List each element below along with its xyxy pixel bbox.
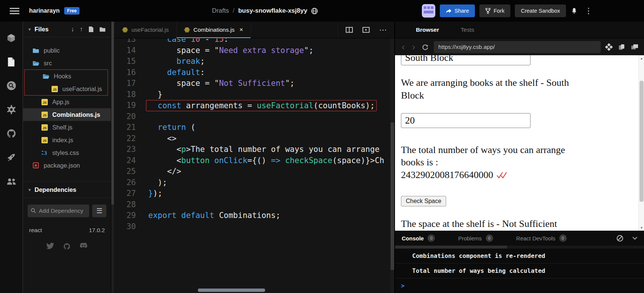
split-view-icon[interactable] [346, 27, 353, 33]
dependency-filter-icon[interactable]: ☰ [92, 205, 106, 217]
code-line-17[interactable]: 17 space = "Not Sufficient"; [111, 78, 394, 89]
console-log-row[interactable]: Total number of ways being calculated [395, 264, 644, 278]
new-folder-icon[interactable] [99, 27, 106, 32]
settings-gear-icon[interactable] [6, 105, 16, 115]
file-item-usefactorial-js[interactable]: JSuseFactorial.js [25, 82, 108, 95]
diamond-cluster-icon[interactable] [605, 43, 613, 51]
search-icon[interactable] [6, 81, 16, 91]
file-item-combinations-js[interactable]: JSCombinations.js [23, 108, 111, 121]
back-icon[interactable]: ‹ [400, 43, 406, 52]
code-line-27[interactable]: 27}); [111, 188, 394, 199]
dependency-list: react17.0.2 [23, 217, 111, 234]
github-icon[interactable] [63, 243, 71, 250]
file-item-styles-css[interactable]: 3styles.css [23, 146, 111, 159]
username[interactable]: harinarayn [29, 7, 60, 14]
preview-window-icon[interactable] [363, 27, 370, 33]
add-dependency-input[interactable] [28, 205, 89, 217]
code-line-13[interactable]: 13 case 10 - 15: [111, 38, 394, 45]
arranging-text: We are arranging books at the shelf - So… [401, 77, 583, 102]
github-icon[interactable] [6, 128, 16, 138]
shelf-input[interactable] [401, 55, 531, 65]
tab-browser[interactable]: Browser [416, 27, 439, 33]
code-area[interactable]: 13 case 10 - 15:14 space = "Need extra s… [111, 38, 394, 293]
menu-icon[interactable] [10, 6, 19, 16]
new-file-icon[interactable] [88, 26, 94, 32]
share-arrow-icon [446, 8, 452, 13]
horizontal-scrollbar-thumb[interactable] [198, 289, 265, 292]
live-users-icon[interactable] [6, 176, 16, 186]
code-line-16[interactable]: 16 default: [111, 67, 394, 78]
code-line-30[interactable]: 30 [111, 221, 394, 233]
svg-text:JS: JS [43, 126, 47, 130]
code-line-20[interactable]: 20 [111, 111, 394, 122]
code-line-26[interactable]: 26 ); [111, 177, 394, 188]
sandbox-cube-icon[interactable] [6, 33, 16, 43]
dependency-row[interactable]: react17.0.2 [23, 227, 111, 234]
create-sandbox-button[interactable]: Create Sandbox [515, 4, 566, 17]
code-line-14[interactable]: 14 space = "Need extra storage"; [111, 45, 394, 56]
discord-icon[interactable] [80, 243, 88, 250]
code-line-22[interactable]: 22 <> [111, 133, 394, 144]
sidebar-scrollbar[interactable] [111, 22, 114, 293]
more-options-icon[interactable]: ⋯ [379, 25, 387, 34]
code-line-19[interactable]: 19 const arrangements = useFactorial(cou… [111, 100, 394, 111]
twitter-icon[interactable] [46, 243, 54, 250]
line-number: 22 [111, 133, 136, 144]
code-line-23[interactable]: 23 <p>The total number of ways you can a… [111, 144, 394, 155]
share-button[interactable]: Share [440, 4, 475, 17]
fork-button[interactable]: Fork [479, 4, 510, 17]
line-number: 27 [111, 188, 136, 199]
code-line-25[interactable]: 25 </> [111, 166, 394, 177]
book-count-input[interactable] [401, 113, 531, 128]
code-line-15[interactable]: 15 break; [111, 56, 394, 67]
breadcrumb-folder[interactable]: Drafts [212, 7, 229, 15]
console-tab-problems[interactable]: Problems0 [458, 234, 493, 242]
file-item-public[interactable]: public [23, 44, 111, 57]
clear-console-icon[interactable] [616, 235, 623, 242]
code-line-24[interactable]: 24 <button onClick={() => checkSpace(spa… [111, 155, 394, 166]
close-tab-icon[interactable]: × [239, 26, 243, 34]
file-item-src[interactable]: src [23, 57, 111, 69]
code-line-28[interactable]: 28 [111, 199, 394, 211]
refresh-icon[interactable] [422, 44, 429, 50]
file-item-shelf-js[interactable]: JSShelf.js [23, 121, 111, 134]
browser-scrollbar-thumb[interactable] [640, 81, 644, 202]
collapse-chevron-icon[interactable] [632, 237, 637, 240]
scroll-up-icon[interactable]: ▴ [639, 56, 644, 60]
browser-scrollbar[interactable]: ▴ ▾ [638, 55, 644, 231]
react-component-icon [122, 27, 128, 33]
console-prompt[interactable]: > [395, 278, 644, 293]
console-tab-react-devtools[interactable]: React DevTools0 [516, 234, 567, 242]
file-explorer-icon[interactable] [6, 57, 16, 67]
url-bar[interactable]: https://xsj8yy.csb.app/ [434, 41, 601, 53]
editor-scrollbar[interactable] [391, 38, 394, 293]
scroll-down-icon[interactable]: ▾ [639, 226, 644, 230]
sandbox-title[interactable]: busy-snowflake-xsj8yy [238, 7, 307, 15]
codesandbox-logo[interactable] [422, 4, 435, 18]
code-line-18[interactable]: 18 } [111, 89, 394, 100]
file-item-app-js[interactable]: JSApp.js [23, 96, 111, 108]
chevron-down-icon[interactable]: ▾ [28, 27, 31, 32]
console-tab-console[interactable]: Console0 [402, 234, 435, 242]
notifications-bell-icon[interactable] [570, 7, 578, 15]
file-item-hooks[interactable]: Hooks [25, 70, 108, 82]
tab-tests[interactable]: Tests [461, 27, 474, 33]
check-space-button[interactable]: Check Space [401, 196, 446, 206]
deploy-rocket-icon[interactable] [6, 152, 16, 162]
console-hscrollbar[interactable] [395, 246, 644, 249]
upload-icon[interactable]: ↑ [80, 26, 83, 33]
code-line-29[interactable]: 29export default Combinations; [111, 210, 394, 221]
console-log-row[interactable]: Combinations component is re-rendered [395, 249, 644, 264]
window-copy-icon[interactable] [618, 43, 625, 51]
globe-icon[interactable] [311, 7, 318, 15]
code-line-21[interactable]: 21 return ( [111, 122, 394, 133]
file-item-package-json[interactable]: package.json [23, 159, 111, 172]
chevron-down-icon[interactable]: ▾ [28, 187, 31, 193]
more-menu-icon[interactable]: ⋮ [582, 6, 595, 15]
tab-usefactorial[interactable]: useFactorial.js [114, 22, 177, 38]
tab-combinations[interactable]: Combinations.js × [177, 22, 251, 38]
forward-icon[interactable]: › [411, 43, 417, 52]
window-stack-icon[interactable] [631, 44, 639, 50]
download-icon[interactable]: ↓ [71, 26, 74, 33]
file-item-index-js[interactable]: JSindex.js [23, 134, 111, 146]
